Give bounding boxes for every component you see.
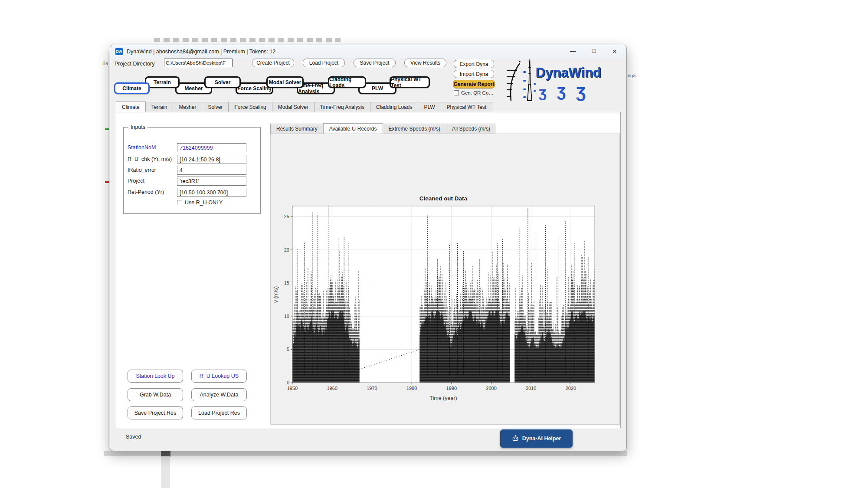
ru-lookup-us-button[interactable]: R_U Lookup US [191, 370, 247, 383]
ret-period-input[interactable] [177, 188, 246, 197]
results-panel: Results Summary Available-U-Records Extr… [270, 124, 620, 425]
tab-extreme-speeds[interactable]: Extreme Speeds (m/s) [383, 124, 446, 134]
svg-text:2010: 2010 [526, 386, 536, 391]
analyze-wdata-button[interactable]: Analyze W.Data [191, 388, 247, 401]
iratio-input[interactable] [177, 166, 246, 175]
gen-qr-checkbox[interactable] [454, 90, 459, 95]
svg-text:0: 0 [287, 380, 289, 385]
ru-chk-label: R_U_chk (Yr, m/s) [128, 156, 172, 162]
svg-text:5: 5 [287, 347, 289, 352]
load-project-button[interactable]: Load Project [303, 59, 345, 67]
mast-icon [527, 59, 532, 101]
wind-swirl-icon: ʒ [576, 81, 586, 101]
chart-xlabel: Time (year) [429, 395, 457, 401]
svg-text:15: 15 [284, 280, 289, 285]
ai-button-label: Dyna-AI Helper [522, 436, 561, 442]
tab-plw[interactable]: PLW [418, 102, 441, 112]
background-artifact [105, 181, 109, 183]
tab-available-u-records[interactable]: Available-U-Records [323, 123, 383, 134]
minimize-icon[interactable]: — [568, 47, 578, 56]
inputs-title: Inputs [128, 124, 147, 130]
tab-time-freq-analysis[interactable]: Time-Freq Analysis [314, 102, 370, 112]
window-title: DynaWind | aboshosha84@gmail.com | Premi… [127, 49, 275, 55]
station-label: StationNoM [128, 144, 156, 151]
view-results-button[interactable]: View Results [404, 59, 446, 67]
background-artifact [104, 451, 627, 456]
tab-solver[interactable]: Solver [202, 102, 229, 112]
tab-mesher[interactable]: Mesher [173, 102, 202, 112]
project-label: Project [128, 178, 144, 184]
use-ru-only-label: Use R_U ONLY [185, 200, 223, 206]
save-project-button[interactable]: Save Project [354, 59, 396, 67]
flow-tab-cladding-loads[interactable]: Cladding Loads [328, 76, 366, 88]
project-input[interactable] [177, 177, 246, 186]
chart-ylabel: v (m/s) [273, 286, 279, 303]
tab-terrain[interactable]: Terrain [145, 102, 174, 112]
app-icon: DW [115, 48, 123, 55]
iratio-label: IRatio_error [128, 167, 156, 173]
load-project-res-button[interactable]: Load Project Res [191, 406, 247, 419]
dynawind-logo: DynaWind DynaWind ʒ ʒ ʒ [501, 58, 606, 104]
tab-force-scaling[interactable]: Force Scaling [228, 102, 272, 112]
figure-area: 1950196019701980199020002010202005101520… [270, 134, 620, 425]
flow-tab-modal-solver[interactable]: Modal Solver [266, 76, 304, 88]
project-directory-input[interactable] [164, 59, 233, 67]
dyna-ai-helper-button[interactable]: Dyna-AI Helper [500, 429, 573, 448]
svg-text:10: 10 [284, 314, 289, 319]
robot-icon [512, 435, 519, 442]
ret-period-label: Ret-Period (Yr) [128, 189, 164, 195]
grab-wdata-button[interactable]: Grab W.Data [128, 388, 183, 401]
flow-tab-physical-wt-test[interactable]: Physical WT Test [390, 76, 430, 88]
main-tab-strip: Climate Terrain Mesher Solver Force Scal… [116, 102, 621, 112]
station-lookup-button[interactable]: Station Look Up [128, 370, 183, 383]
results-tab-strip: Results Summary Available-U-Records Extr… [270, 124, 620, 134]
gen-qr-label: Gen. QR Co… [461, 90, 494, 95]
background-scrollbar [161, 456, 170, 488]
svg-text:20: 20 [284, 247, 289, 252]
wind-swirl-icon: ʒ [557, 82, 566, 100]
dynawind-window: DW DynaWind | aboshosha84@gmail.com | Pr… [110, 45, 627, 451]
svg-text:1960: 1960 [327, 386, 337, 391]
chart-title: Cleaned out Data [419, 195, 468, 202]
background-artifact [154, 38, 341, 42]
save-project-res-button[interactable]: Save Project Res [128, 406, 183, 419]
title-bar: DW DynaWind | aboshosha84@gmail.com | Pr… [110, 45, 626, 58]
import-dyna-button[interactable]: Import Dyna [454, 70, 494, 78]
close-icon[interactable]: × [610, 47, 619, 56]
svg-text:2000: 2000 [486, 386, 496, 391]
svg-text:1990: 1990 [446, 386, 457, 391]
flow-tab-climate[interactable]: Climate [114, 82, 150, 94]
station-input[interactable] [177, 143, 246, 152]
svg-text:1980: 1980 [406, 386, 417, 391]
svg-text:1970: 1970 [367, 386, 377, 391]
maximize-icon[interactable]: □ [589, 47, 599, 56]
background-artifact [108, 51, 108, 452]
logo-blue-dashes [523, 71, 526, 98]
wind-profile-icon [507, 61, 521, 101]
use-ru-only-checkbox[interactable] [177, 200, 182, 205]
results-chart: 1950196019701980199020002010202005101520… [271, 134, 619, 424]
svg-text:1950: 1950 [287, 386, 298, 391]
logo-text: DynaWind [536, 65, 601, 80]
tab-results-summary[interactable]: Results Summary [270, 124, 324, 134]
tab-climate[interactable]: Climate [116, 102, 146, 112]
flow-tab-terrain[interactable]: Terrain [145, 76, 180, 88]
background-text-fragment: nga [628, 73, 635, 78]
generate-report-button[interactable]: Generate Report [453, 80, 495, 88]
svg-text:25: 25 [284, 214, 289, 219]
export-dyna-button[interactable]: Export Dyna [454, 60, 494, 68]
tab-cladding-loads[interactable]: Cladding Loads [370, 102, 418, 112]
wind-swirl-icon: ʒ [539, 84, 547, 100]
ru-chk-input[interactable] [177, 155, 246, 164]
tab-modal-solver[interactable]: Modal Solver [272, 102, 314, 112]
project-directory-label: Project Directory [115, 61, 154, 67]
create-project-button[interactable]: Create Project [252, 59, 294, 67]
background-artifact [105, 128, 109, 130]
tab-physical-wt-test[interactable]: Physical WT Test [441, 102, 493, 112]
status-text: Saved [126, 434, 141, 440]
background-text-fragment: Ba [102, 61, 108, 66]
tab-all-speeds[interactable]: All Speeds (m/s) [446, 124, 496, 134]
svg-text:2020: 2020 [566, 386, 576, 391]
flow-tab-solver[interactable]: Solver [204, 76, 241, 88]
